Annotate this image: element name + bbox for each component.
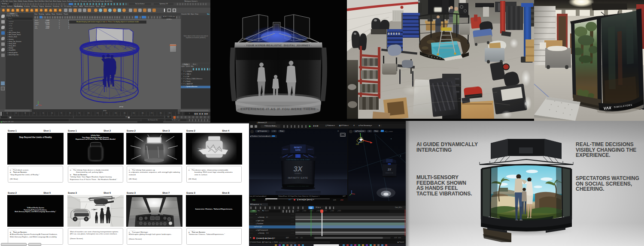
svg-text:3X: 3X bbox=[388, 168, 392, 171]
svg-text:YOUR HYPER-REALISTIC DIGITAL: YOUR HYPER-REALISTIC DIGITAL JOURNEY bbox=[286, 159, 310, 161]
svg-text:232: 232 bbox=[356, 143, 359, 145]
svg-text:RUNNER X: RUNNER X bbox=[295, 173, 301, 174]
svg-text:3X: 3X bbox=[294, 165, 303, 173]
svg-text:· EXPERIENCE IT AS IF YOU WERE: · EXPERIENCE IT AS IF YOU WERE THERE · bbox=[238, 107, 319, 111]
svg-text:INFINITY: INFINITY bbox=[283, 149, 289, 150]
svg-text:exp...: exp... bbox=[198, 150, 202, 152]
svg-text:INFINITY GATE: INFINITY GATE bbox=[288, 177, 308, 179]
svg-text:INFINITY: INFINITY bbox=[308, 149, 313, 150]
svg-text:INFINITY GATE: INFINITY GATE bbox=[386, 172, 393, 174]
svg-text:VΛX: VΛX bbox=[603, 105, 612, 111]
svg-text:GATE: GATE bbox=[295, 149, 301, 151]
svg-text:· YOUR HYPER-REALISTIC DIGITA: · YOUR HYPER-REALISTIC DIGITAL JOURNEY · bbox=[244, 44, 312, 47]
svg-text:INFINITY: INFINITY bbox=[294, 147, 302, 149]
svg-text:29750: 29750 bbox=[121, 101, 126, 103]
